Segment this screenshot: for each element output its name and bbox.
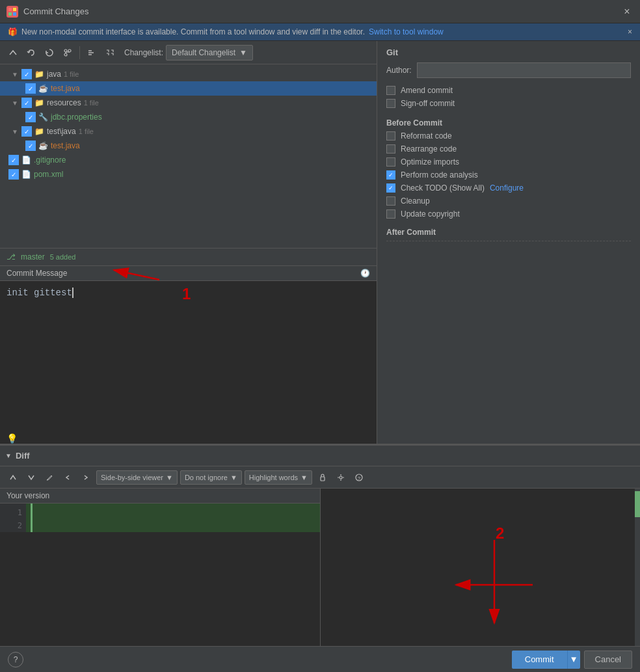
optimize-imports-checkbox[interactable] — [386, 157, 395, 167]
diff-edit-button[interactable] — [42, 470, 57, 485]
tree-label-pom: pom.xml — [34, 170, 63, 179]
action-buttons: Commit ▼ Cancel — [512, 651, 632, 669]
checkbox-test-java-1[interactable] — [25, 83, 36, 94]
highlight-mode-dropdown[interactable]: Highlight words ▼ — [245, 470, 312, 485]
diff-forward-button[interactable] — [78, 470, 94, 485]
svg-rect-1 — [13, 8, 16, 11]
tree-item-pom-xml[interactable]: 📄 pom.xml — [0, 167, 377, 181]
lock-button[interactable] — [315, 470, 330, 485]
tree-item-jdbc-properties[interactable]: 🔧 jdbc.properties — [0, 110, 377, 124]
bulb-icon: 💡 — [7, 433, 377, 444]
highlight-mode-arrow: ▼ — [300, 474, 308, 481]
checkbox-testjava[interactable] — [21, 126, 32, 137]
file-tree: ▼ 📁 java 1 file ☕ test.java ▼ — [0, 64, 377, 248]
diff-line-content — [33, 504, 320, 532]
xml-file-icon: 📄 — [21, 169, 31, 180]
update-copyright-label: Update copyright — [401, 209, 460, 219]
help-icon-diff[interactable]: ? — [351, 470, 367, 485]
diff-line-numbers: 1 2 — [0, 504, 26, 532]
checkbox-gitignore[interactable] — [8, 155, 19, 165]
diff-title-bar[interactable]: ▼ Diff — [0, 446, 640, 466]
tree-item-testjava-folder[interactable]: ▼ 📁 test\java 1 file — [0, 124, 377, 139]
tree-item-test-java-2[interactable]: ☕ test.java — [0, 139, 377, 153]
author-input[interactable] — [417, 62, 631, 78]
after-commit-title: After Commit — [386, 228, 631, 237]
tree-arrow-resources: ▼ — [10, 100, 20, 107]
changelist-value: Default Changelist — [172, 48, 235, 57]
help-button[interactable]: ? — [8, 652, 23, 667]
svg-point-6 — [64, 53, 67, 56]
svg-rect-3 — [13, 12, 16, 16]
folder-icon: 📁 — [34, 69, 44, 79]
diff-back-button[interactable] — [60, 470, 75, 485]
ignore-mode-dropdown[interactable]: Do not ignore ▼ — [180, 470, 242, 485]
viewer-mode-dropdown[interactable]: Side-by-side viewer ▼ — [96, 470, 178, 485]
update-copyright-row: Update copyright — [386, 209, 631, 219]
title-bar: Commit Changes × — [0, 0, 640, 23]
checkbox-test-java-2[interactable] — [25, 141, 36, 151]
settings-button[interactable] — [333, 470, 349, 485]
svg-point-8 — [340, 476, 342, 479]
refresh-button[interactable] — [42, 45, 57, 60]
resources-folder-icon: 📁 — [34, 98, 44, 108]
top-area: Changelist: Default Changelist ▼ ▼ 📁 jav… — [0, 41, 640, 444]
undo-button[interactable] — [23, 45, 39, 60]
rearrange-code-label: Rearrange code — [401, 144, 457, 154]
tree-meta-java: 1 file — [64, 70, 79, 78]
perform-code-analysis-label: Perform code analysis — [401, 170, 478, 180]
checkbox-pom[interactable] — [8, 169, 19, 180]
reformat-code-row: Reformat code — [386, 131, 631, 141]
diff-up-button[interactable] — [5, 470, 21, 485]
svg-rect-0 — [8, 8, 12, 11]
status-bar: ⎇ master 5 added — [0, 248, 377, 266]
switch-to-tool-window-link[interactable]: Switch to tool window — [369, 27, 444, 36]
clock-icon: 🕐 — [360, 269, 370, 278]
cancel-button[interactable]: Cancel — [584, 651, 632, 669]
diff-gutter — [26, 504, 33, 532]
reformat-code-checkbox[interactable] — [386, 131, 395, 141]
dropdown-arrow-icon: ▼ — [239, 48, 247, 57]
checkbox-jdbc[interactable] — [25, 112, 36, 122]
branch-button[interactable] — [60, 45, 75, 60]
perform-code-analysis-checkbox[interactable] — [386, 170, 395, 180]
commit-msg-text[interactable]: init gittest — [0, 281, 377, 433]
checkbox-java[interactable] — [21, 69, 32, 79]
tree-label-java: java — [47, 70, 61, 79]
before-commit-title: Before Commit — [386, 118, 631, 128]
commit-button[interactable]: Commit — [512, 651, 567, 669]
tree-item-gitignore[interactable]: 📄 .gitignore — [0, 153, 377, 167]
scrollbar-thumb[interactable] — [635, 491, 640, 517]
sign-off-commit-checkbox[interactable] — [386, 99, 395, 108]
expand-button[interactable] — [102, 45, 118, 60]
configure-link[interactable]: Configure — [490, 183, 524, 193]
diff-right-panel — [321, 489, 641, 667]
update-copyright-checkbox[interactable] — [386, 209, 395, 219]
svg-rect-2 — [8, 12, 12, 16]
tree-label-test-java-1: test.java — [51, 84, 80, 93]
tree-label-gitignore: .gitignore — [34, 155, 66, 165]
rearrange-code-row: Rearrange code — [386, 144, 631, 154]
checkbox-resources[interactable] — [21, 98, 32, 108]
branch-name: master — [21, 252, 45, 262]
diff-content: Your version 1 2 — [0, 489, 640, 667]
tree-item-test-java-1[interactable]: ☕ test.java — [0, 81, 377, 96]
rearrange-code-checkbox[interactable] — [386, 144, 395, 154]
scrollbar-track[interactable] — [635, 489, 640, 667]
bottom-bar: ? Commit ▼ Cancel — [0, 646, 640, 672]
close-button[interactable]: × — [620, 5, 633, 18]
commit-dropdown-button[interactable]: ▼ — [567, 651, 580, 669]
check-todo-checkbox[interactable] — [386, 183, 395, 193]
diff-down-button[interactable] — [23, 470, 39, 485]
check-todo-row: Check TODO (Show All) Configure — [386, 183, 631, 193]
tree-item-java-folder[interactable]: ▼ 📁 java 1 file — [0, 67, 377, 81]
cleanup-checkbox[interactable] — [386, 196, 395, 206]
banner-close-button[interactable]: × — [628, 27, 632, 36]
author-label: Author: — [386, 66, 412, 75]
collapse-button[interactable] — [84, 45, 100, 60]
line-number-2: 2 — [0, 519, 22, 532]
tree-item-resources-folder[interactable]: ▼ 📁 resources 1 file — [0, 96, 377, 110]
amend-commit-checkbox[interactable] — [386, 86, 395, 95]
move-up-button[interactable] — [5, 45, 21, 60]
diff-line-1-content — [36, 506, 316, 519]
changelist-dropdown[interactable]: Default Changelist ▼ — [166, 45, 253, 60]
